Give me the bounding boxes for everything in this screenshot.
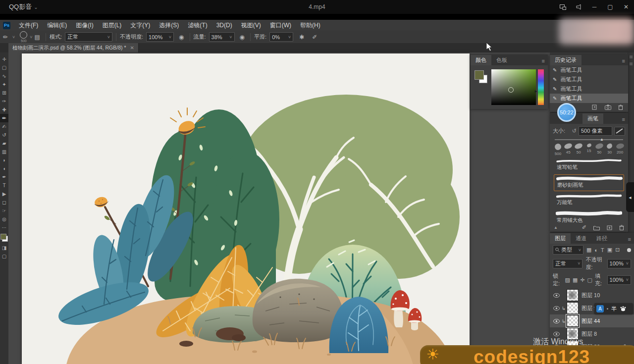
color-swatch-pair[interactable]	[475, 70, 487, 83]
close-document-icon[interactable]: ✕	[130, 45, 134, 51]
panel-menu-icon[interactable]: ≡	[539, 56, 548, 65]
layer-row[interactable]: 图层 10	[550, 289, 634, 302]
toggle-brush-panel-icon[interactable]: ▤	[35, 34, 40, 41]
filter-pixel-icon[interactable]: ▦	[586, 247, 591, 253]
minimize-button[interactable]: ─	[590, 3, 598, 11]
snapshot-camera-icon[interactable]	[605, 104, 611, 110]
brush-tool-preset-icon[interactable]: ✏	[3, 34, 8, 41]
quick-mask-button[interactable]: ◨	[0, 244, 8, 252]
layer-fill-select[interactable]: 100%˅	[607, 275, 631, 285]
shape-tool[interactable]: ◻	[0, 198, 8, 207]
menu-edit[interactable]: 编辑(E)	[43, 20, 71, 31]
layer-blend-select[interactable]: 正常˅	[553, 259, 582, 268]
brush-preset[interactable]: 200	[615, 144, 625, 156]
pressure-size-icon[interactable]: ✐	[312, 34, 317, 41]
lasso-tool[interactable]: ∿	[0, 72, 8, 80]
expand-list-icon[interactable]: ▲	[554, 225, 558, 230]
menu-select[interactable]: 选择(S)	[155, 20, 183, 31]
filter-shape-icon[interactable]: ▣	[607, 247, 612, 253]
saturation-brightness-field[interactable]	[491, 69, 536, 105]
eraser-tool[interactable]: ▰	[0, 139, 8, 148]
menu-image[interactable]: 图像(I)	[71, 20, 98, 31]
brush-tool[interactable]: ✏	[0, 114, 8, 122]
tab-layers[interactable]: 图层	[550, 233, 571, 244]
brush-preset[interactable]: 45	[563, 144, 574, 156]
layer-opacity-select[interactable]: 100%˅	[607, 259, 631, 268]
menu-filter[interactable]: 滤镜(T)	[183, 20, 211, 31]
brush-list-item-selected[interactable]: 磨砂刻画笔	[554, 174, 624, 191]
lock-pixels-icon[interactable]: ▦	[573, 277, 578, 283]
screen-mode-button[interactable]: ▢	[0, 252, 8, 260]
brush-preview-picker[interactable]: 500	[20, 31, 27, 43]
brush-list-item[interactable]: 万能笔	[554, 193, 624, 208]
filter-type-icon[interactable]: T	[601, 247, 604, 253]
layer-filter-select[interactable]: 类型 ˅	[553, 245, 583, 255]
pen-tool[interactable]: ✒	[0, 173, 8, 181]
slider-thumb-icon[interactable]: ▲	[600, 137, 604, 142]
lock-position-icon[interactable]: ✛	[580, 277, 584, 283]
close-button[interactable]: ✕	[622, 3, 630, 11]
menu-view[interactable]: 视图(V)	[237, 20, 265, 31]
playlist-handle[interactable]: ◂	[626, 182, 634, 212]
live-tip-preview-icon[interactable]	[614, 127, 625, 136]
filter-adjustment-icon[interactable]: ◐	[594, 247, 598, 253]
visibility-eye-icon[interactable]	[552, 306, 561, 311]
brush-size-slider[interactable]: ▲	[555, 137, 623, 143]
layer-thumbnail[interactable]	[567, 315, 579, 327]
menu-type[interactable]: 文字(Y)	[126, 20, 155, 31]
document-tab[interactable]: 植物刻画二演示.psd @ 58.2% (图层 44, RGB/8) * ✕	[8, 43, 139, 52]
history-item[interactable]: ✎画笔工具	[550, 65, 628, 75]
filter-smart-object-icon[interactable]: ⊡	[615, 247, 620, 253]
smoothing-select[interactable]: 0%˅	[269, 32, 293, 42]
history-item[interactable]: ✎画笔工具	[550, 84, 628, 94]
airbrush-icon[interactable]: ◉	[240, 34, 245, 41]
tool-preset-caret-icon[interactable]: ˅	[12, 35, 15, 40]
brush-preset[interactable]: 50	[574, 144, 584, 156]
clone-stamp-tool[interactable]: ✍	[0, 122, 8, 131]
history-item-current[interactable]: ✎画笔工具	[550, 94, 628, 103]
hue-slider[interactable]	[538, 69, 544, 105]
blur-tool[interactable]: ◗	[0, 156, 8, 164]
visibility-eye-icon[interactable]	[552, 293, 561, 298]
brush-preset[interactable]: 500	[553, 144, 563, 156]
ime-paw-icon[interactable]	[620, 306, 627, 312]
new-brush-icon[interactable]	[607, 225, 612, 230]
quick-select-tool[interactable]: ✦	[0, 80, 8, 89]
menu-file[interactable]: 文件(F)	[14, 20, 43, 31]
brush-list-item[interactable]: 速写铅笔	[554, 157, 624, 173]
menu-3d[interactable]: 3D(D)	[212, 20, 237, 31]
brush-menu-icon[interactable]: ≡	[619, 115, 628, 124]
brush-list-item[interactable]: 常用铺大色	[554, 209, 624, 223]
new-doc-from-state-icon[interactable]	[592, 104, 598, 110]
opacity-select[interactable]: 100%˅	[146, 32, 174, 42]
layer-thumbnail[interactable]	[567, 289, 579, 301]
marquee-tool[interactable]: ▢	[0, 63, 8, 72]
dodge-tool[interactable]: ◖	[0, 164, 8, 173]
brush-preset[interactable]: 50	[594, 144, 604, 156]
foreground-background-swatches[interactable]	[0, 234, 8, 242]
delete-history-icon[interactable]	[618, 104, 623, 110]
brush-picker-caret-icon[interactable]: ˅	[30, 35, 32, 40]
layer-row-selected[interactable]: ↳ 图层 44	[550, 314, 634, 327]
history-item[interactable]: ✎画笔工具	[550, 75, 628, 84]
lock-all-icon[interactable]: ▢	[587, 277, 592, 283]
layers-menu-icon[interactable]: ≡	[625, 235, 634, 244]
filter-toggle-icon[interactable]	[627, 248, 631, 252]
menu-window[interactable]: 窗口(W)	[265, 20, 296, 31]
tab-channels[interactable]: 通道	[571, 233, 591, 244]
ime-logo-icon[interactable]: A	[596, 305, 604, 312]
flow-select[interactable]: 38%˅	[209, 32, 235, 42]
menu-help[interactable]: 帮助(H)	[296, 20, 325, 31]
lock-transparency-icon[interactable]: ▨	[565, 277, 570, 283]
crop-tool[interactable]: ⊞	[0, 89, 8, 97]
visibility-eye-icon[interactable]	[552, 332, 561, 336]
brush-size-value[interactable]: 500 像素	[579, 126, 612, 136]
tab-paths[interactable]: 路径	[591, 233, 612, 244]
ime-halfwidth-indicator[interactable]: 半	[611, 305, 617, 312]
gradient-tool[interactable]: ▥	[0, 148, 8, 156]
history-menu-icon[interactable]: ≡	[619, 56, 628, 65]
tab-history[interactable]: 历史记录	[550, 55, 581, 65]
announce-horn-icon[interactable]	[575, 3, 582, 11]
tab-swatches[interactable]: 色板	[491, 55, 512, 65]
edit-toolbar-button[interactable]: ⋯	[0, 223, 8, 232]
